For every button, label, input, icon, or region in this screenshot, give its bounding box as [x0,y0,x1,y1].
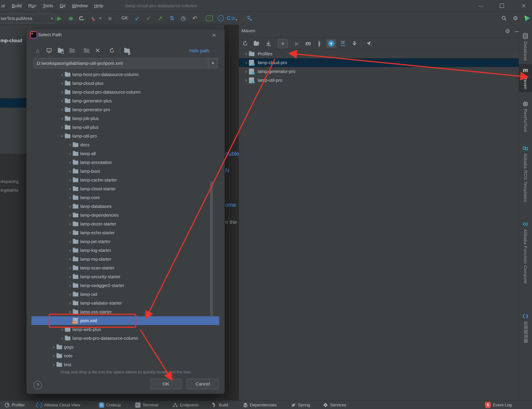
translate-plugin-button[interactable]: A [245,14,254,23]
check-plugin-button[interactable]: ✓ [216,14,226,23]
maven-settings-gear-button[interactable]: ⚙ [503,27,513,36]
close-button[interactable]: × [516,0,531,11]
chevron-collapsed-icon[interactable]: › [59,98,65,104]
statusbar-item-codeup[interactable]: CCodeup [99,401,121,409]
maven-item-profiles[interactable]: ›✓Profiles [239,49,519,58]
tree-item-lamp-cache-starter[interactable]: ›lamp-cache-starter [31,176,219,184]
chevron-collapsed-icon[interactable]: › [59,80,65,86]
chevron-collapsed-icon[interactable]: › [59,115,65,121]
chevron-collapsed-icon[interactable]: › [67,274,73,280]
chevron-collapsed-icon[interactable]: › [51,362,57,368]
tree-item-lamp-job-plus[interactable]: ›lamp-job-plus [31,114,219,123]
chevron-collapsed-icon[interactable]: › [243,77,249,83]
tree-item-lamp-generator-pro[interactable]: ›lamp-generator-pro [31,105,219,114]
maven-download-sources-button[interactable] [264,39,273,48]
collapse-all-button[interactable] [350,39,359,48]
run-with-coverage-button[interactable]: C▶ [77,14,87,23]
chevron-collapsed-icon[interactable]: › [67,212,73,218]
chevron-collapsed-icon[interactable]: › [51,344,57,350]
tree-item-lamp-uid[interactable]: ›lamp-uid [31,290,219,299]
chevron-collapsed-icon[interactable]: › [67,203,73,209]
tree-item-lamp-cloud-starter[interactable]: ›lamp-cloud-starter [31,184,219,193]
stop-button[interactable]: ■ [105,14,115,23]
ide-plugin-logo[interactable] [522,14,532,23]
tree-item-docs[interactable]: ›docs [31,140,219,149]
tree-scrollbar[interactable] [210,181,213,317]
tree-item-lamp-validator-starter[interactable]: ›lamp-validator-starter [31,299,219,307]
statusbar-item-dependencies[interactable]: Dependencies [243,401,276,409]
run-options-chevron[interactable]: ▼ [98,14,103,23]
maven-item-lamp-util-pro[interactable]: ›mlamp-util-pro [239,76,519,85]
codeup-plugin-button[interactable]: C⊃▼ [228,14,237,23]
chevron-collapsed-icon[interactable]: › [59,107,65,113]
git-rollback-button[interactable]: ↶ [190,14,200,23]
chevron-collapsed-icon[interactable]: › [67,150,73,157]
move-folder-button[interactable] [67,46,76,55]
maven-execute-goal-button[interactable]: m [303,39,313,48]
tree-item-lamp-security-starter[interactable]: ›lamp-security-starter [31,272,219,281]
chevron-collapsed-icon[interactable]: › [67,265,73,271]
tree-item-lamp-all[interactable]: ›lamp-all [31,149,219,158]
statusbar-item-alibaba-cloud-view[interactable]: Alibaba Cloud View [36,401,80,409]
tree-item-lamp-web-plus[interactable]: ›lamp-web-plus [31,325,219,334]
tree-item-lamp-echo-starter[interactable]: ›lamp-echo-starter [31,228,219,237]
tree-item-gogs[interactable]: ›gogs [31,343,219,351]
menu-item-or[interactable]: or [1,3,5,8]
ok-button[interactable]: OK [150,379,182,389]
show-hidden-files-button[interactable]: ≡ [123,46,131,55]
dialog-close-button[interactable]: × [209,31,219,39]
chevron-collapsed-icon[interactable]: › [67,247,73,253]
chevron-collapsed-icon[interactable]: › [67,300,73,306]
debug-button[interactable] [66,14,76,23]
chevron-collapsed-icon[interactable]: › [59,124,65,130]
statusbar-item-services[interactable]: Services [323,401,346,409]
monitor-plugin-button[interactable]: ~ [205,14,214,23]
git-fetch-button[interactable]: ⇅ [167,14,177,23]
tree-item-lamp-cloud-plus[interactable]: ›lamp-cloud-plus [31,79,219,88]
maven-settings-wrench-button[interactable] [364,39,374,48]
new-folder-button[interactable] [56,46,65,55]
maven-generate-sources-button[interactable]: ↻ [252,39,261,48]
run-button[interactable]: ▶ [55,14,64,23]
tree-item-lamp-databases[interactable]: ›lamp-databases [31,202,219,211]
chevron-collapsed-icon[interactable]: › [59,326,65,333]
statusbar-item-spring[interactable]: Spring [291,401,310,409]
tree-item-lamp-web-pro-datasource-column[interactable]: ›lamp-web-pro-datasource-column [31,334,219,343]
chevron-collapsed-icon[interactable]: › [243,60,249,66]
chevron-collapsed-icon[interactable]: › [59,71,65,78]
refresh-button[interactable] [107,46,116,55]
maven-offline-mode-button[interactable] [326,39,336,48]
chevron-collapsed-icon[interactable]: › [67,291,73,297]
tree-item-lamp-boot[interactable]: ›lamp-boot [31,167,219,176]
chevron-collapsed-icon[interactable]: › [59,335,65,341]
tree-item-lamp-dependencies[interactable]: ›lamp-dependencies [31,211,219,220]
git-commit-button[interactable]: ✓ [144,14,154,23]
settings-gear-button[interactable]: ⚙ [511,14,520,23]
tool-window-tab-cloud[interactable]: Alibaba ROS Templates [519,143,532,205]
chevron-collapsed-icon[interactable]: › [67,168,73,174]
delete-button[interactable]: ✕ [93,46,102,55]
tree-item-lamp-cloud-pro-datasource-column[interactable]: ›lamp-cloud-pro-datasource-column [31,88,219,96]
tree-item-lamp-boot-pro-datasource-column[interactable]: ›lamp-boot-pro-datasource-column [31,70,219,79]
tree-item-lamp-jwt-starter[interactable]: ›lamp-jwt-starter [31,237,219,246]
chevron-collapsed-icon[interactable]: › [67,159,73,166]
chevron-collapsed-icon[interactable]: › [67,282,73,288]
tool-window-tab-globe[interactable]: RestfulTool [519,98,532,135]
search-everywhere-button[interactable] [499,14,509,23]
chevron-collapsed-icon[interactable]: › [67,230,73,236]
tree-item-lamp-core[interactable]: ›lamp-core [31,193,219,202]
add-folder-button[interactable]: + [82,46,91,55]
minimize-button[interactable]: — [473,0,488,11]
statusbar-item-endpoints[interactable]: Endpoints [173,401,199,409]
maven-reload-button[interactable] [240,39,250,48]
home-directory-button[interactable]: ⌂ [33,46,42,55]
tree-item-lamp-swagger2-starter[interactable]: ›lamp-swagger2-starter [31,281,219,290]
menu-item-build[interactable]: Build [12,3,21,8]
tree-item-lamp-xss-starter[interactable]: ›lamp-xss-starter [31,307,219,316]
chevron-collapsed-icon[interactable]: › [67,309,73,315]
tree-item-lamp-util-plus[interactable]: ›lamp-util-plus [31,123,219,132]
path-history-dropdown-button[interactable]: ▼ [208,58,218,68]
tree-item-pom.xml[interactable]: <>pom.xml [31,316,219,325]
git-update-button[interactable]: ↙ [133,14,142,23]
tool-window-tab-maven-m[interactable]: mMaven [519,64,532,92]
